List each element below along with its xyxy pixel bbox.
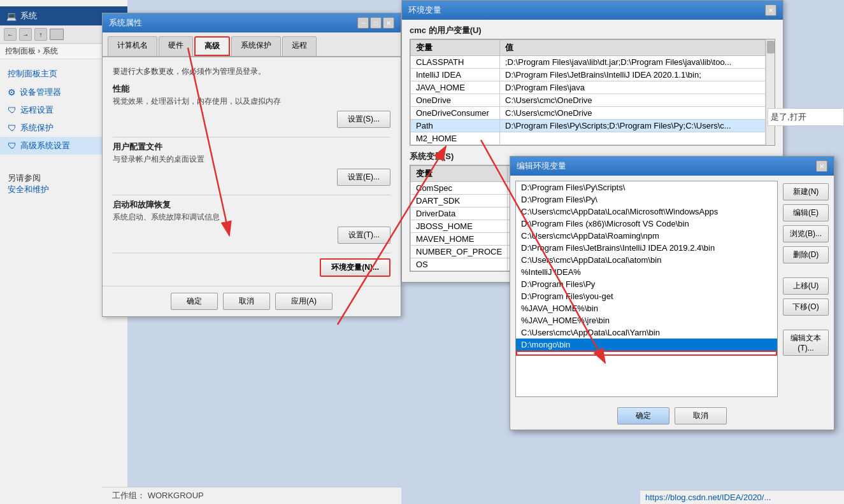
move-down-btn[interactable]: 下移(O)	[783, 298, 829, 316]
new-btn[interactable]: 新建(N)	[783, 183, 829, 200]
workgroup-value: WORKGROUP	[148, 491, 204, 500]
user-vars-section: cmc 的用户变量(U) 变量 值	[410, 25, 775, 146]
workgroup-label: 工作组： WORKGROUP	[112, 490, 204, 501]
tab-computer-name[interactable]: 计算机名	[108, 36, 157, 56]
panel-title: 系统	[20, 10, 37, 22]
var-value: C:\Users\cmc\OneDrive	[500, 94, 766, 107]
path-row[interactable]: Path D:\Program Files\Py\Scripts;D:\Prog…	[411, 120, 766, 132]
tab-hardware[interactable]: 硬件	[159, 36, 193, 56]
sysprop-ok-btn[interactable]: 确定	[171, 293, 218, 310]
user-vars-title: cmc 的用户变量(U)	[410, 25, 775, 36]
delete-btn[interactable]: 删除(D)	[783, 246, 829, 263]
sysprop-maximize-btn[interactable]: □	[370, 17, 382, 29]
edit-btn[interactable]: 编辑(E)	[783, 204, 829, 221]
var-name: M2_HOME	[411, 132, 500, 145]
shield-icon-protection: 🛡	[8, 123, 17, 133]
hint-text: 是了,打开	[768, 108, 844, 126]
editenv-dialog: 编辑环境变量 ✕ D:\Program Files\Py\Scripts\ D:…	[510, 156, 834, 430]
user-profile-settings-btn[interactable]: 设置(E)...	[337, 169, 390, 186]
list-item[interactable]: C:\Users\cmc\AppData\Local\Yarn\bin	[516, 326, 777, 339]
monitor-icon	[50, 29, 64, 40]
sysprop-body: 要进行大多数更改，你必须作为管理员登录。 性能 视觉效果，处理器计划，内存使用，…	[103, 57, 401, 286]
list-item[interactable]: %IntelliJ IDEA%	[516, 266, 777, 278]
list-item[interactable]: D:\Program Files (x86)\Microsoft VS Code…	[516, 218, 777, 230]
editenv-titlebar: 编辑环境变量 ✕	[510, 157, 834, 176]
user-vars-table: 变量 值 CLASSPATH ;D:\Program Files\java\li…	[410, 39, 766, 145]
table-row[interactable]: JAVA_HOME D:\Program Files\java	[411, 81, 766, 94]
table-row[interactable]: OneDriveConsumer C:\Users\cmc\OneDrive	[411, 107, 766, 120]
sysprop-title: 系统属性	[109, 17, 142, 29]
new-entry-input[interactable]	[516, 351, 777, 356]
startup-title: 启动和故障恢复	[113, 199, 390, 211]
shield-icon-advanced: 🛡	[8, 141, 17, 151]
list-item[interactable]: D:\Program Files\Py\	[516, 193, 777, 206]
sysprop-close-btn[interactable]: ✕	[383, 17, 394, 29]
editenv-footer: 确定 取消	[510, 402, 834, 430]
env-vars-btn[interactable]: 环境变量(N)...	[320, 258, 390, 277]
table-row[interactable]: OneDrive C:\Users\cmc\OneDrive	[411, 94, 766, 107]
gear-icon: ⚙	[8, 87, 16, 97]
user-vars-table-wrapper: 变量 值 CLASSPATH ;D:\Program Files\java\li…	[410, 39, 775, 146]
performance-title: 性能	[113, 83, 390, 95]
sysprop-minimize-btn[interactable]: ─	[357, 17, 369, 29]
sysprop-tabs: 计算机名 硬件 高级 系统保护 远程	[103, 32, 401, 57]
list-item[interactable]: C:\Users\cmc\AppData\Local\atom\bin	[516, 254, 777, 266]
list-item[interactable]: D:\Program Files\JetBrains\IntelliJ IDEA…	[516, 242, 777, 254]
tab-system-protection[interactable]: 系统保护	[231, 36, 281, 56]
list-item[interactable]: C:\Users\cmc\AppData\Roaming\npm	[516, 230, 777, 242]
envvar-title: 环境变量	[408, 4, 441, 16]
user-profile-section: 用户配置文件 与登录帐户相关的桌面设置 设置(E)...	[113, 141, 390, 186]
performance-settings-btn[interactable]: 设置(S)...	[337, 111, 390, 128]
browse-btn[interactable]: 浏览(B)...	[783, 225, 829, 242]
list-item[interactable]: %JAVA_HOME%\jre\bin	[516, 314, 777, 326]
var-value: D:\Program Files\java	[500, 81, 766, 94]
sys-col-name: 变量	[411, 166, 508, 182]
user-profile-desc: 与登录帐户相关的桌面设置	[113, 154, 390, 165]
var-name: IntelliJ IDEA	[411, 69, 500, 81]
sysprop-dialog: 系统属性 ─ □ ✕ 计算机名 硬件 高级 系统保护 远程 要进行大多数更改，你…	[102, 13, 401, 317]
sysprop-titlebar: 系统属性 ─ □ ✕	[103, 13, 401, 32]
editenv-cancel-btn[interactable]: 取消	[675, 407, 727, 424]
up-button[interactable]: ↑	[34, 28, 47, 41]
sysprop-apply-btn[interactable]: 应用(A)	[275, 293, 333, 310]
col-value-header: 值	[500, 40, 766, 56]
list-item[interactable]: %JAVA_HOME%\bin	[516, 302, 777, 314]
table-row[interactable]: IntelliJ IDEA D:\Program Files\JetBrains…	[411, 69, 766, 81]
system-icon: 💻	[6, 11, 17, 21]
tab-advanced[interactable]: 高级	[194, 36, 230, 56]
back-button[interactable]: ←	[4, 28, 17, 41]
workgroup-bar: 工作组： WORKGROUP	[102, 487, 401, 504]
forward-button[interactable]: →	[19, 28, 32, 41]
sysprop-footer: 确定 取消 应用(A)	[103, 286, 401, 316]
home-label: 控制面板主页	[8, 68, 57, 80]
list-item[interactable]: D:\Program Files\Py	[516, 278, 777, 290]
var-value	[500, 132, 766, 145]
editenv-list-wrapper: D:\Program Files\Py\Scripts\ D:\Program …	[515, 181, 778, 397]
list-item[interactable]: D:\Program Files\Py\Scripts\	[516, 181, 777, 193]
editenv-close-btn[interactable]: ✕	[816, 160, 827, 172]
startup-section: 启动和故障恢复 系统启动、系统故障和调试信息 设置(T)...	[113, 199, 390, 244]
envvar-close-btn[interactable]: ✕	[765, 4, 776, 16]
edit-text-btn[interactable]: 编辑文本(T)...	[783, 330, 829, 356]
var-value: D:\Program Files\JetBrains\IntelliJ IDEA…	[500, 69, 766, 81]
var-name: Path	[411, 120, 500, 132]
var-value: ;D:\Program Files\java\lib\dt.jar;D:\Pro…	[500, 56, 766, 69]
list-item[interactable]: C:\Users\cmc\AppData\Local\Microsoft\Win…	[516, 206, 777, 218]
url-bar: https://blog.csdn.net/IDEA/2020/...	[640, 490, 844, 504]
var-name: OneDrive	[411, 94, 500, 107]
sysprop-cancel-btn[interactable]: 取消	[223, 293, 270, 310]
tab-remote[interactable]: 远程	[282, 36, 317, 56]
performance-section: 性能 视觉效果，处理器计划，内存使用，以及虚拟内存 设置(S)...	[113, 83, 390, 128]
editenv-side-buttons: 新建(N) 编辑(E) 浏览(B)... 删除(D) 上移(U) 下移(O) 编…	[783, 181, 829, 397]
table-row[interactable]: M2_HOME	[411, 132, 766, 145]
move-up-btn[interactable]: 上移(U)	[783, 277, 829, 295]
var-value: C:\Users\cmc\OneDrive	[500, 107, 766, 120]
startup-settings-btn[interactable]: 设置(T)...	[338, 227, 390, 244]
list-item-selected[interactable]: D:\mongo\bin	[516, 339, 777, 351]
list-item[interactable]: D:\Program Files\you-get	[516, 290, 777, 302]
editenv-title: 编辑环境变量	[517, 160, 566, 172]
table-row[interactable]: CLASSPATH ;D:\Program Files\java\lib\dt.…	[411, 56, 766, 69]
editenv-ok-btn[interactable]: 确定	[617, 407, 669, 424]
var-name: CLASSPATH	[411, 56, 500, 69]
editenv-list: D:\Program Files\Py\Scripts\ D:\Program …	[516, 181, 777, 356]
